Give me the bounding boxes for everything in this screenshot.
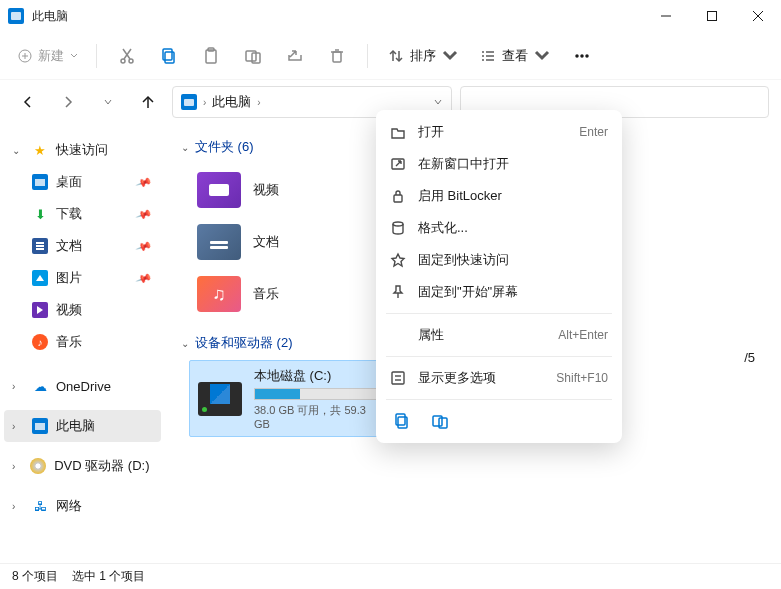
new-button[interactable]: 新建 [12, 43, 84, 69]
sidebar-item-downloads[interactable]: ⬇ 下载 📌 [4, 198, 161, 230]
ctx-label: 固定到"开始"屏幕 [418, 283, 608, 301]
sidebar-item-label: 文档 [56, 237, 82, 255]
format-icon [390, 220, 406, 236]
minimize-button[interactable] [643, 0, 689, 32]
toolbar: 新建 排序 查看 [0, 32, 781, 80]
breadcrumb[interactable]: 此电脑 [212, 93, 251, 111]
address-dropdown[interactable] [433, 95, 443, 110]
copy-button[interactable] [151, 38, 187, 74]
svg-rect-33 [394, 195, 402, 202]
copy-icon[interactable] [392, 411, 412, 431]
documents-folder-icon [197, 224, 241, 260]
sidebar-item-music[interactable]: 音乐 [4, 326, 161, 358]
ctx-properties[interactable]: 属性 Alt+Enter [376, 319, 622, 351]
blank-icon [390, 327, 406, 343]
drive-usage-text: 38.0 GB 可用，共 59.3 GB [254, 403, 380, 430]
ctx-more-options[interactable]: 显示更多选项 Shift+F10 [376, 362, 622, 394]
more-button[interactable] [564, 38, 600, 74]
back-button[interactable] [12, 86, 44, 118]
ctx-bitlocker[interactable]: 启用 BitLocker [376, 180, 622, 212]
sidebar-quick-access[interactable]: ⌄ ★ 快速访问 [4, 134, 161, 166]
sort-label: 排序 [410, 47, 436, 65]
status-selected: 选中 1 个项目 [72, 568, 145, 585]
sort-button[interactable]: 排序 [380, 43, 466, 69]
cut-button[interactable] [109, 38, 145, 74]
status-bar: 8 个项目 选中 1 个项目 [0, 563, 781, 589]
separator [386, 313, 612, 314]
sidebar-dvd[interactable]: › DVD 驱动器 (D:) CP [4, 450, 161, 482]
separator [96, 44, 97, 68]
svg-point-34 [393, 222, 403, 226]
up-button[interactable] [132, 86, 164, 118]
sidebar-label: 快速访问 [56, 141, 108, 159]
star-icon: ★ [32, 142, 48, 158]
maximize-button[interactable] [689, 0, 735, 32]
ctx-open[interactable]: 打开 Enter [376, 116, 622, 148]
rename-icon[interactable] [430, 411, 450, 431]
separator [367, 44, 368, 68]
videos-icon [32, 302, 48, 318]
ctx-new-window[interactable]: 在新窗口中打开 [376, 148, 622, 180]
delete-button[interactable] [319, 38, 355, 74]
sidebar-item-videos[interactable]: 视频 [4, 294, 161, 326]
svg-rect-17 [333, 52, 341, 62]
sidebar-item-label: 音乐 [56, 333, 82, 351]
chevron-right-icon: › [257, 97, 260, 108]
ctx-shortcut: Alt+Enter [558, 328, 608, 342]
drive-item-c[interactable]: 本地磁盘 (C:) 38.0 GB 可用，共 59.3 GB [189, 360, 389, 437]
sidebar-label: 此电脑 [56, 417, 95, 435]
cloud-icon: ☁ [32, 378, 48, 394]
folder-label: 文档 [253, 233, 279, 251]
svg-point-29 [581, 55, 583, 57]
chevron-down-icon [70, 52, 78, 60]
sidebar-network[interactable]: › 🖧 网络 [4, 490, 161, 522]
window-title: 此电脑 [32, 8, 68, 25]
ctx-label: 固定到快速访问 [418, 251, 608, 269]
open-icon [390, 124, 406, 140]
sort-icon [388, 48, 404, 64]
sidebar-item-label: 桌面 [56, 173, 82, 191]
app-icon [8, 8, 24, 24]
sidebar-item-label: 视频 [56, 301, 82, 319]
this-pc-icon [32, 418, 48, 434]
ctx-pin-start[interactable]: 固定到"开始"屏幕 [376, 276, 622, 308]
ctx-label: 显示更多选项 [418, 369, 544, 387]
separator [386, 399, 612, 400]
rename-button[interactable] [235, 38, 271, 74]
status-item-count: 8 个项目 [12, 568, 58, 585]
star-outline-icon [390, 252, 406, 268]
sidebar-item-documents[interactable]: 文档 📌 [4, 230, 161, 262]
sidebar-item-desktop[interactable]: 桌面 📌 [4, 166, 161, 198]
ctx-format[interactable]: 格式化... [376, 212, 622, 244]
music-folder-icon [197, 276, 241, 312]
videos-folder-icon [197, 172, 241, 208]
title-bar: 此电脑 [0, 0, 781, 32]
sidebar-this-pc[interactable]: › 此电脑 [4, 410, 161, 442]
pin-icon: 📌 [135, 237, 153, 255]
ctx-shortcut: Enter [579, 125, 608, 139]
ctx-label: 属性 [418, 326, 546, 344]
recent-button[interactable] [92, 86, 124, 118]
ctx-pin-quick[interactable]: 固定到快速访问 [376, 244, 622, 276]
svg-point-7 [121, 59, 125, 63]
pin-icon: 📌 [135, 269, 153, 287]
dvd-icon [30, 458, 46, 474]
paste-button[interactable] [193, 38, 229, 74]
sidebar-item-pictures[interactable]: 图片 📌 [4, 262, 161, 294]
svg-point-28 [576, 55, 578, 57]
sidebar-onedrive[interactable]: › ☁ OneDrive [4, 370, 161, 402]
pictures-icon [32, 270, 48, 286]
desktop-icon [32, 174, 48, 190]
chevron-down-icon [442, 48, 458, 64]
separator [386, 356, 612, 357]
close-button[interactable] [735, 0, 781, 32]
sidebar-label: OneDrive [56, 379, 111, 394]
ctx-icon-row [376, 405, 622, 437]
window-controls [643, 0, 781, 32]
share-button[interactable] [277, 38, 313, 74]
ctx-shortcut: Shift+F10 [556, 371, 608, 385]
forward-button[interactable] [52, 86, 84, 118]
documents-icon [32, 238, 48, 254]
view-icon [480, 48, 496, 64]
view-button[interactable]: 查看 [472, 43, 558, 69]
